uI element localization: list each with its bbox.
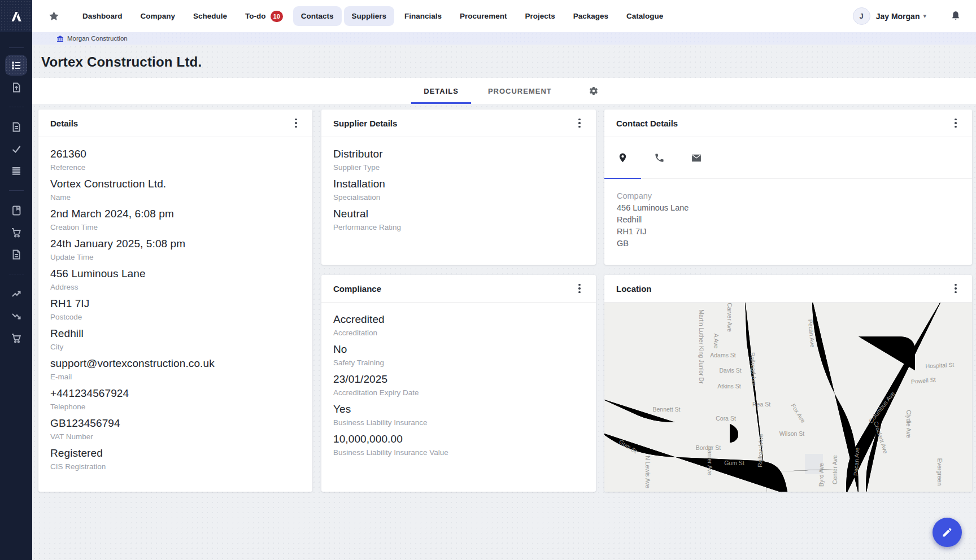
list-icon <box>11 60 22 71</box>
nav-catalogue[interactable]: Catalogue <box>618 6 671 26</box>
breadcrumb[interactable]: Morgan Construction <box>56 35 128 42</box>
title-bar: Vortex Construction Ltd. <box>32 45 976 78</box>
field-value: 456 Luminous Lane <box>50 266 300 281</box>
field-creation-time: 2nd March 2024, 6:08 pm Creation Time <box>50 207 300 233</box>
nav-procurement[interactable]: Procurement <box>452 6 515 26</box>
field-value: Vortex Construction Ltd. <box>50 177 300 191</box>
field-label: Name <box>50 193 300 203</box>
sidebar-item-check[interactable] <box>0 138 32 160</box>
street-label: Adams St <box>710 352 736 358</box>
tab-details[interactable]: DETAILS <box>409 78 473 104</box>
field-value: GB123456794 <box>50 416 300 431</box>
nav-suppliers[interactable]: Suppliers <box>344 6 395 26</box>
contact-tab-address[interactable] <box>604 137 641 178</box>
sidebar-item-address-book[interactable] <box>0 199 32 221</box>
field-label: Telephone <box>50 402 300 412</box>
street-label: Wilson St <box>779 430 804 437</box>
rows-icon <box>11 165 22 177</box>
street-label: Cora St <box>716 415 736 422</box>
edit-fab-button[interactable] <box>933 518 962 547</box>
settings-gear-icon[interactable] <box>588 85 599 97</box>
sidebar-item-file-upload[interactable] <box>0 76 32 98</box>
contact-tab-phone[interactable] <box>641 137 678 178</box>
location-pin-icon <box>617 152 628 163</box>
field-supplier-type: Distributor Supplier Type <box>333 147 584 173</box>
field-label: Supplier Type <box>333 163 584 173</box>
nav-company[interactable]: Company <box>133 6 184 26</box>
tab-bar: DETAILS PROCUREMENT <box>32 78 976 104</box>
field-label: Postcode <box>50 312 300 322</box>
nav-dashboard[interactable]: Dashboard <box>75 6 130 26</box>
field-accreditation-expiry: 23/01/2025 Accreditation Expiry Date <box>333 372 584 398</box>
field-value: 24th January 2025, 5:08 pm <box>50 237 300 251</box>
sidebar-item-trend-down[interactable] <box>0 305 32 327</box>
nav-todo[interactable]: To-do 10 <box>237 5 291 28</box>
file-upload-icon <box>11 82 22 93</box>
field-accreditation: Accredited Accreditation <box>333 312 584 338</box>
street-label: Atkins St <box>717 383 741 390</box>
contact-address-heading: Company <box>617 190 960 202</box>
sidebar-divider <box>9 107 24 107</box>
field-label: E-mail <box>50 372 300 382</box>
favorite-star-icon[interactable] <box>48 10 60 22</box>
supplier-details-card: Supplier Details Distributor Supplier Ty… <box>321 110 596 265</box>
field-label: VAT Number <box>50 432 300 442</box>
field-value: Distributor <box>333 147 584 161</box>
card-title: Contact Details <box>616 119 678 128</box>
location-card: Location <box>604 275 972 492</box>
kebab-menu-icon[interactable] <box>951 117 961 129</box>
field-reference: 261360 Reference <box>50 147 300 173</box>
logo-icon <box>9 9 24 24</box>
field-value: 23/01/2025 <box>333 372 584 387</box>
contact-tabs <box>604 137 972 179</box>
field-label: Business Liability Insurance <box>333 418 584 428</box>
phone-icon <box>654 152 665 163</box>
nav-projects[interactable]: Projects <box>517 6 563 26</box>
sidebar-item-list[interactable] <box>0 54 32 76</box>
notifications-bell-icon[interactable] <box>950 10 961 22</box>
field-value: Neutral <box>333 207 584 221</box>
nav-financials[interactable]: Financials <box>396 6 450 26</box>
sidebar-item-cart[interactable] <box>0 221 32 243</box>
kebab-menu-icon[interactable] <box>574 117 585 129</box>
nav-packages[interactable]: Packages <box>565 6 616 26</box>
kebab-menu-icon[interactable] <box>574 282 585 295</box>
sidebar <box>0 0 32 560</box>
field-label: City <box>50 342 300 352</box>
kebab-menu-icon[interactable] <box>951 282 961 295</box>
cart-icon <box>11 227 22 238</box>
field-name: Vortex Construction Ltd. Name <box>50 177 300 203</box>
breadcrumb-bar: Morgan Construction <box>32 32 976 45</box>
chevron-down-icon: ▾ <box>923 12 926 20</box>
user-name: Jay Morgan <box>876 12 920 21</box>
contact-tab-email[interactable] <box>678 137 714 178</box>
sidebar-item-trend-up[interactable] <box>0 283 32 305</box>
field-update-time: 24th January 2025, 5:08 pm Update Time <box>50 237 300 262</box>
nav-schedule[interactable]: Schedule <box>185 6 235 26</box>
sidebar-item-rows[interactable] <box>0 160 32 182</box>
map[interactable]: Martin Luther King Junior Dr A Ave Carve… <box>604 303 972 492</box>
nav-contacts[interactable]: Contacts <box>293 6 342 26</box>
sidebar-item-cart-2[interactable] <box>0 327 32 349</box>
field-value: Yes <box>333 402 584 417</box>
contact-details-card: Contact Details Company 456 Luminous Lan… <box>604 110 972 265</box>
sidebar-item-document[interactable] <box>0 116 32 138</box>
field-label: Update Time <box>50 252 300 262</box>
field-value: 10,000,000.00 <box>333 432 584 447</box>
field-label: CIS Registration <box>50 462 300 472</box>
bank-icon <box>56 35 64 42</box>
street-label: Railroad Ave <box>756 434 764 467</box>
street-label: Evergreen <box>936 458 943 486</box>
field-postcode: RH1 7IJ Postcode <box>50 296 300 322</box>
sidebar-item-document-2[interactable] <box>0 243 32 265</box>
kebab-menu-icon[interactable] <box>291 117 301 129</box>
field-value: +441234567924 <box>50 386 300 401</box>
field-label: Reference <box>50 163 300 173</box>
tab-procurement[interactable]: PROCUREMENT <box>473 78 567 104</box>
user-menu[interactable]: J Jay Morgan ▾ <box>853 7 926 25</box>
nav-items: Dashboard Company Schedule To-do 10 Cont… <box>75 5 671 28</box>
street-label: A Ave <box>713 334 720 349</box>
app-logo[interactable] <box>0 0 32 32</box>
field-cis-registration: Registered CIS Registration <box>50 446 300 472</box>
field-telephone: +441234567924 Telephone <box>50 386 300 412</box>
